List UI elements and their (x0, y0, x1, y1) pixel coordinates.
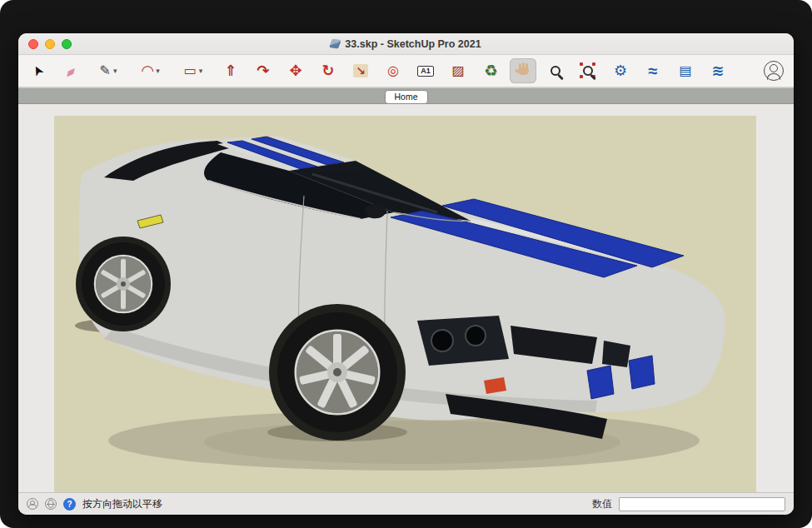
text-icon: A1 (417, 66, 434, 77)
scale-tool[interactable]: ↘ (347, 58, 374, 83)
shapes-tool[interactable]: ▭▾ (175, 58, 212, 83)
push-pull-icon: ⇑ (224, 63, 237, 78)
offset-tool[interactable]: ◎ (380, 58, 406, 83)
sketchup-window: 33.skp - SketchUp Pro 2021 ➤▰✎▾◠▾▭▾⇑↷✥↻↘… (18, 33, 794, 515)
close-button[interactable] (28, 39, 38, 49)
zoom-extents-icon (583, 66, 593, 76)
dropdown-caret-icon: ▾ (156, 67, 160, 75)
arc-tool[interactable]: ◠▾ (132, 58, 169, 83)
account-button[interactable] (764, 61, 784, 81)
offset-icon: ◎ (387, 64, 399, 77)
select-icon: ➤ (30, 62, 47, 78)
rotate-tool[interactable]: ↻ (315, 58, 341, 83)
push-pull-tool[interactable]: ⇑ (217, 58, 244, 83)
toolbar: ➤▰✎▾◠▾▭▾⇑↷✥↻↘◎A1▨♻⚙≈▤≋ (18, 55, 794, 87)
drawing-canvas[interactable] (54, 116, 756, 492)
follow-me-icon: ↷ (257, 63, 269, 78)
measurements-label: 数值 (592, 497, 612, 511)
sketchup-logo-icon (329, 38, 341, 48)
help-button[interactable]: ? (63, 498, 76, 511)
sandbox-icon: ≋ (711, 63, 724, 78)
pan-icon (518, 67, 529, 75)
paint-bucket-icon: ▨ (451, 64, 464, 77)
soften-edges-icon: ≈ (649, 62, 658, 79)
toolbar-tools: ➤▰✎▾◠▾▭▾⇑↷✥↻↘◎A1▨♻⚙≈▤≋ (25, 58, 731, 83)
globe-icon[interactable] (45, 498, 57, 510)
window-title: 33.skp - SketchUp Pro 2021 (345, 38, 481, 50)
follow-me-tool[interactable]: ↷ (250, 58, 276, 83)
layers-tool[interactable]: ▤ (672, 58, 699, 83)
move-tool[interactable]: ✥ (282, 58, 309, 83)
eraser-tool[interactable]: ▰ (57, 58, 84, 83)
scene-tab-bar: Home (18, 87, 794, 104)
minimize-button[interactable] (45, 39, 55, 49)
zoom-icon (550, 66, 560, 76)
rotate-icon: ↻ (321, 63, 334, 78)
canvas-area (18, 104, 794, 492)
pan-tool[interactable] (510, 58, 536, 83)
measurements-group: 数值 (592, 497, 785, 511)
zoom-button[interactable] (62, 39, 72, 49)
select-tool[interactable]: ➤ (25, 58, 52, 83)
traffic-lights (28, 33, 72, 54)
status-hint-text: 按方向拖动以平移 (82, 497, 162, 511)
car-model (54, 116, 756, 492)
layers-icon: ▤ (679, 64, 691, 77)
arc-icon: ◠ (142, 63, 153, 78)
scene-tab-home[interactable]: Home (384, 90, 427, 104)
measurements-input[interactable] (619, 497, 785, 511)
paint-bucket-tool[interactable]: ▨ (445, 58, 471, 83)
move-icon: ✥ (289, 63, 301, 78)
line-tool[interactable]: ✎▾ (90, 58, 127, 83)
shapes-icon: ▭ (184, 64, 197, 77)
zoom-extents-tool[interactable] (575, 58, 601, 83)
sandbox-tool[interactable]: ≋ (705, 58, 731, 83)
model-info-tool[interactable]: ⚙ (607, 58, 634, 83)
title-bar: 33.skp - SketchUp Pro 2021 (18, 33, 794, 55)
dropdown-caret-icon: ▾ (199, 67, 203, 75)
model-info-icon: ⚙ (614, 63, 627, 78)
eraser-icon: ▰ (65, 62, 76, 79)
dropdown-caret-icon: ▾ (113, 67, 117, 75)
monitor-bezel: 33.skp - SketchUp Pro 2021 ➤▰✎▾◠▾▭▾⇑↷✥↻↘… (0, 0, 812, 528)
orbit-icon: ♻ (484, 63, 497, 78)
status-bar: ? 按方向拖动以平移 数值 (18, 492, 794, 515)
line-icon: ✎ (100, 64, 111, 77)
zoom-tool[interactable] (542, 58, 569, 83)
scale-icon: ↘ (353, 64, 368, 77)
user-icon[interactable] (27, 498, 38, 510)
soften-edges-tool[interactable]: ≈ (640, 58, 666, 83)
orbit-tool[interactable]: ♻ (477, 58, 504, 83)
text-tool[interactable]: A1 (412, 58, 439, 83)
